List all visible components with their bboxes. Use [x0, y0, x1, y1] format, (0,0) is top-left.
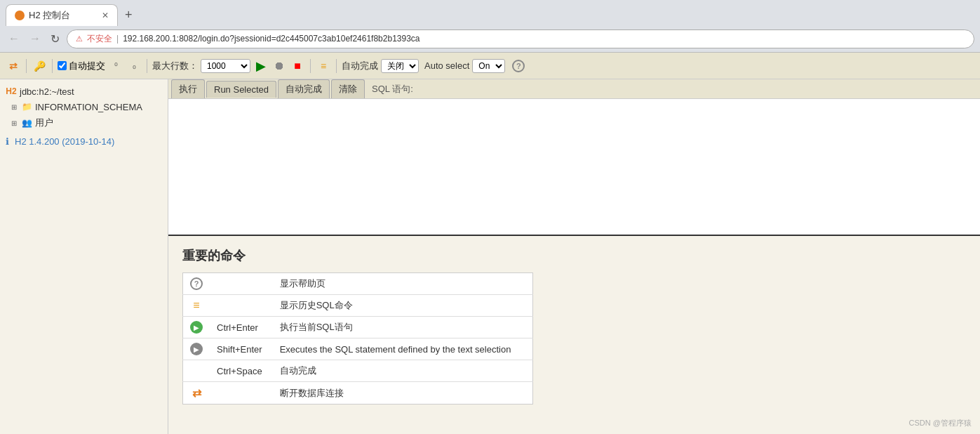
table-row: ≡ 显示历史SQL命令	[183, 295, 533, 317]
cmd-shortcut-1	[210, 273, 273, 295]
main-layout: H2 jdbc:h2:~/test ⊞ 📁 INFORMATION_SCHEMA…	[0, 79, 980, 434]
execute-tab[interactable]: 执行	[171, 79, 205, 98]
disconnect-icon-small: ⇄	[192, 387, 201, 399]
url-separator: |	[116, 34, 119, 44]
toolbar-icon-1[interactable]: ₀	[126, 58, 142, 74]
cmd-desc-1: 显示帮助页	[273, 273, 533, 295]
run-button[interactable]: ▶	[253, 58, 269, 74]
run-selected-tab[interactable]: Run Selected	[206, 81, 276, 98]
sidebar-connection[interactable]: H2 jdbc:h2:~/test	[0, 84, 168, 99]
sidebar-item-information-schema[interactable]: ⊞ 📁 INFORMATION_SCHEMA	[0, 99, 168, 114]
commands-section: 重要的命令 ? 显示帮助页 ≡ 显示历史S	[168, 236, 980, 416]
auto-commit-checkbox-label[interactable]: 自动提交	[58, 60, 105, 72]
history-button[interactable]: ⏺	[271, 58, 287, 74]
stop-button[interactable]: ■	[290, 58, 305, 74]
active-tab[interactable]: H2 控制台 ✕	[6, 4, 118, 26]
content-area: 执行 Run Selected 自动完成 清除 SQL 语句: 重要的命令 ?	[168, 79, 980, 434]
browser-chrome: H2 控制台 ✕ + ← → ↻ ⚠ 不安全 | 192.168.200.1:8…	[0, 0, 980, 53]
users-icon: 👥	[21, 117, 32, 129]
toolbar-separator-2	[52, 59, 53, 73]
cmd-shortcut-2	[210, 295, 273, 317]
auto-complete-label: 自动完成	[342, 60, 378, 72]
app-toolbar: ⇄ 🔑 自动提交 ⁰ ₀ 最大行数： 1000 10000 100000 ▶ ⏺…	[0, 53, 980, 79]
sql-editor-container: 执行 Run Selected 自动完成 清除 SQL 语句:	[168, 79, 980, 236]
cmd-desc-2: 显示历史SQL命令	[273, 295, 533, 317]
auto-commit-label: 自动提交	[69, 60, 105, 72]
commands-title: 重要的命令	[182, 247, 966, 264]
cmd-shortcut-3: Ctrl+Enter	[210, 317, 273, 338]
cmd-desc-5: 自动完成	[273, 360, 533, 382]
information-schema-label: INFORMATION_SCHEMA	[35, 102, 142, 112]
cmd-desc-3: 执行当前SQL语句	[273, 317, 533, 338]
run-icon-small: ▶	[190, 321, 203, 334]
expand-information-schema-icon: ⊞	[11, 103, 17, 111]
table-row: Ctrl+Space 自动完成	[183, 360, 533, 382]
info-icon: ℹ	[6, 136, 9, 147]
history-icon-small: ≡	[193, 299, 199, 311]
reload-button[interactable]: ↻	[48, 31, 62, 47]
sql-textarea[interactable]	[168, 99, 980, 232]
expand-users-icon: ⊞	[11, 119, 17, 127]
sidebar-item-users[interactable]: ⊞ 👥 用户	[0, 114, 168, 131]
run-sel-icon-small: ▶	[190, 343, 203, 355]
tab-title: H2 控制台	[29, 9, 70, 22]
cmd-icon-run-sel: ▶	[183, 338, 210, 360]
tab-bar: H2 控制台 ✕ +	[0, 0, 980, 25]
table-row: ▶ Ctrl+Enter 执行当前SQL语句	[183, 317, 533, 338]
auto-complete-select[interactable]: 关闭 开启	[381, 59, 419, 73]
bookmark-icon[interactable]: 🔑	[32, 58, 47, 74]
cmd-desc-6: 断开数据库连接	[273, 382, 533, 405]
cmd-shortcut-6	[210, 382, 273, 405]
auto-select-select[interactable]: On Off	[472, 59, 505, 73]
back-button[interactable]: ←	[6, 31, 22, 46]
url-text: 192.168.200.1:8082/login.do?jsessionid=d…	[123, 34, 419, 44]
sidebar: H2 jdbc:h2:~/test ⊞ 📁 INFORMATION_SCHEMA…	[0, 79, 168, 434]
connection-label: jdbc:h2:~/test	[20, 86, 74, 97]
toolbar-separator-1	[26, 59, 27, 73]
auto-commit-checkbox[interactable]	[58, 61, 67, 70]
table-row: ? 显示帮助页	[183, 273, 533, 295]
cmd-icon-help: ?	[183, 273, 210, 295]
max-rows-label: 最大行数：	[152, 60, 198, 72]
url-bar[interactable]: ⚠ 不安全 | 192.168.200.1:8082/login.do?jses…	[67, 29, 974, 48]
toolbar-separator-5	[336, 59, 337, 73]
security-icon: ⚠	[76, 34, 83, 44]
forward-button[interactable]: →	[27, 31, 43, 46]
help-circle-icon: ?	[512, 60, 525, 72]
security-label: 不安全	[87, 33, 112, 45]
auto-select-label: Auto select	[424, 60, 469, 71]
commands-table: ? 显示帮助页 ≡ 显示历史SQL命令 ▶	[182, 272, 533, 405]
table-row: ⇄ 断开数据库连接	[183, 382, 533, 405]
disconnect-toolbar-icon[interactable]: ⇄	[6, 58, 21, 74]
max-rows-select[interactable]: 1000 10000 100000	[201, 59, 250, 73]
help-icon[interactable]: ?	[511, 58, 526, 74]
tab-close-button[interactable]: ✕	[102, 11, 109, 20]
clear-tab[interactable]: 清除	[331, 79, 365, 98]
address-bar: ← → ↻ ⚠ 不安全 | 192.168.200.1:8082/login.d…	[0, 25, 980, 52]
sql-label: SQL 语句:	[366, 80, 419, 98]
sql-tabs: 执行 Run Selected 自动完成 清除 SQL 语句:	[168, 79, 980, 99]
watermark: CSDN @管程序猿	[909, 418, 972, 428]
help-icon-small: ?	[190, 277, 203, 290]
cmd-shortcut-5: Ctrl+Space	[210, 360, 273, 382]
version-label: H2 1.4.200 (2019-10-14)	[15, 136, 114, 147]
cmd-icon-disconnect: ⇄	[183, 382, 210, 405]
cmd-icon-autocomplete	[183, 360, 210, 382]
autocomplete-tab[interactable]: 自动完成	[278, 79, 330, 98]
history-sql-icon[interactable]: ≡	[316, 58, 331, 74]
sidebar-version: ℹ H2 1.4.200 (2019-10-14)	[0, 134, 168, 149]
table-row: ▶ Shift+Enter Executes the SQL statement…	[183, 338, 533, 360]
toolbar-icon-0[interactable]: ⁰	[108, 58, 123, 74]
db-icon: H2	[6, 86, 17, 97]
new-tab-button[interactable]: +	[121, 6, 137, 24]
cmd-icon-run: ▶	[183, 317, 210, 338]
cmd-desc-4: Executes the SQL statement defined by th…	[273, 338, 533, 360]
folder-icon: 📁	[21, 101, 32, 112]
users-label: 用户	[35, 117, 53, 129]
toolbar-separator-3	[147, 59, 147, 73]
tab-favicon	[15, 11, 25, 20]
toolbar-separator-4	[310, 59, 311, 73]
cmd-icon-history: ≡	[183, 295, 210, 317]
cmd-shortcut-4: Shift+Enter	[210, 338, 273, 360]
